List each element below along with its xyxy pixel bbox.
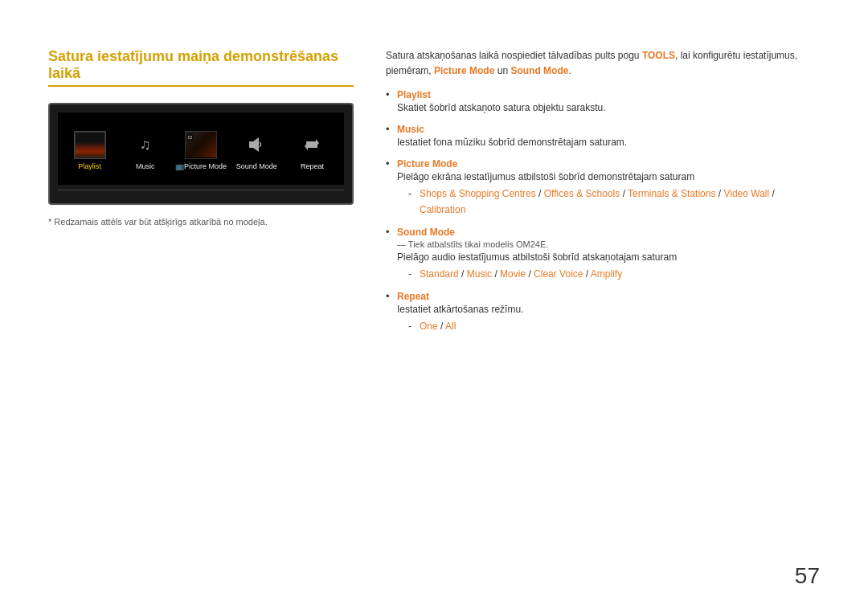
tools-label: TOOLS — [642, 50, 675, 61]
standard-link: Standard — [420, 268, 459, 280]
offices-link: Offices & Schools — [544, 188, 620, 199]
device-item-music: ♫ Music — [117, 131, 173, 170]
repeat-label: Repeat — [301, 162, 324, 170]
movie-link: Movie — [500, 268, 526, 280]
repeat-sub-list: One / All — [397, 319, 820, 334]
page-container: Satura iestatījumu maiņa demonstrēšanas … — [0, 0, 868, 613]
sep5: / — [461, 268, 467, 280]
bullet-picture-mode-title: Picture Mode — [397, 158, 457, 170]
picture-mode-icon: ⊡ — [185, 131, 217, 159]
music-label: Music — [136, 162, 155, 170]
left-column: Satura iestatījumu maiņa demonstrēšanas … — [48, 48, 354, 581]
bullet-list: Playlist Skatiet šobrīd atskaņoto satura… — [386, 88, 820, 334]
bullet-sound-mode: Sound Mode Tiek atbalstīts tikai modelis… — [386, 226, 820, 282]
page-title: Satura iestatījumu maiņa demonstrēšanas … — [48, 48, 354, 87]
bullet-picture-mode-desc: Pielāgo ekrāna iestatījumus atbilstoši š… — [397, 171, 694, 182]
device-separator — [58, 190, 344, 190]
bullet-playlist-title: Playlist — [397, 89, 431, 100]
videowall-link: Video Wall — [723, 188, 769, 199]
clearvoice-link: Clear Voice — [534, 268, 583, 280]
bullet-repeat-title: Repeat — [397, 291, 429, 302]
sound-mode-note: Tiek atbalstīts tikai modelis OM24E. — [397, 239, 548, 249]
bullet-music-title: Music — [397, 124, 424, 135]
repeat-sub-item: One / All — [408, 319, 820, 334]
device-item-playlist: Playlist — [62, 131, 117, 170]
sound-mode-device-label: Sound Mode — [236, 162, 277, 170]
sound-mode-sub-item: Standard / Music / Movie / Clear Voice /… — [408, 267, 820, 282]
bullet-music: Music Iestatiet fona mūziku šobrīd demon… — [386, 123, 820, 149]
intro-text-part3: un — [494, 65, 510, 76]
picture-mode-intro: Picture Mode — [434, 65, 494, 76]
bullet-sound-mode-desc: Pielāgo audio iestatījumus atbilstoši šo… — [397, 251, 677, 263]
device-item-picture-mode: ⊡ 📺Picture Mode — [173, 131, 228, 170]
device-item-repeat: Repeat — [285, 131, 340, 170]
music-icon: ♫ — [129, 131, 162, 159]
sound-mode-intro: Sound Mode — [510, 65, 568, 76]
sep1: / — [538, 188, 544, 199]
right-column: Satura atskaņošanas laikā nospiediet tāl… — [386, 48, 820, 581]
calibration-link: Calibration — [420, 204, 465, 215]
svg-marker-1 — [253, 137, 259, 152]
sound-mode-icon — [240, 131, 272, 159]
bullet-repeat: Repeat Iestatiet atkārtošanas režīmu. On… — [386, 290, 820, 334]
playlist-icon — [74, 131, 106, 159]
playlist-label: Playlist — [78, 162, 101, 170]
intro-text: Satura atskaņošanas laikā nospiediet tāl… — [386, 48, 820, 79]
bullet-playlist: Playlist Skatiet šobrīd atskaņoto satura… — [386, 88, 820, 115]
device-screen: Playlist ♫ Music ⊡ — [58, 112, 344, 185]
note-image-text: * Redzamais attēls var būt atšķirīgs atk… — [48, 217, 354, 227]
page-number: 57 — [795, 563, 820, 589]
music-link: Music — [467, 268, 492, 280]
intro-text-part1: Satura atskaņošanas laikā nospiediet tāl… — [386, 50, 642, 61]
one-link: One — [420, 321, 438, 332]
bullet-sound-mode-title: Sound Mode — [397, 227, 455, 238]
sep4: / — [772, 188, 775, 199]
bullet-repeat-desc: Iestatiet atkārtošanas režīmu. — [397, 304, 523, 315]
all-link: All — [445, 321, 456, 332]
intro-text-part4: . — [568, 65, 571, 76]
amplify-link: Amplify — [591, 268, 622, 280]
bullet-music-desc: Iestatiet fona mūziku šobrīd demonstrēta… — [397, 137, 627, 148]
svg-rect-0 — [249, 141, 253, 148]
device-item-sound-mode: Sound Mode — [229, 131, 285, 170]
device-preview: Playlist ♫ Music ⊡ — [48, 103, 354, 205]
picture-mode-sub-item: Shops & Shopping Centres / Offices & Sch… — [408, 186, 820, 217]
content-area: Satura iestatījumu maiņa demonstrēšanas … — [48, 48, 820, 581]
bullet-picture-mode: Picture Mode Pielāgo ekrāna iestatījumus… — [386, 157, 820, 217]
repeat-icon — [296, 131, 328, 159]
picture-mode-label: 📺Picture Mode — [175, 162, 227, 170]
bullet-playlist-desc: Skatiet šobrīd atskaņoto satura objektu … — [397, 102, 605, 113]
terminals-link: Terminals & Stations — [628, 188, 715, 199]
picture-mode-sub-list: Shops & Shopping Centres / Offices & Sch… — [397, 186, 820, 217]
sound-mode-sub-list: Standard / Music / Movie / Clear Voice /… — [397, 267, 820, 282]
shops-link: Shops & Shopping Centres — [420, 188, 536, 199]
